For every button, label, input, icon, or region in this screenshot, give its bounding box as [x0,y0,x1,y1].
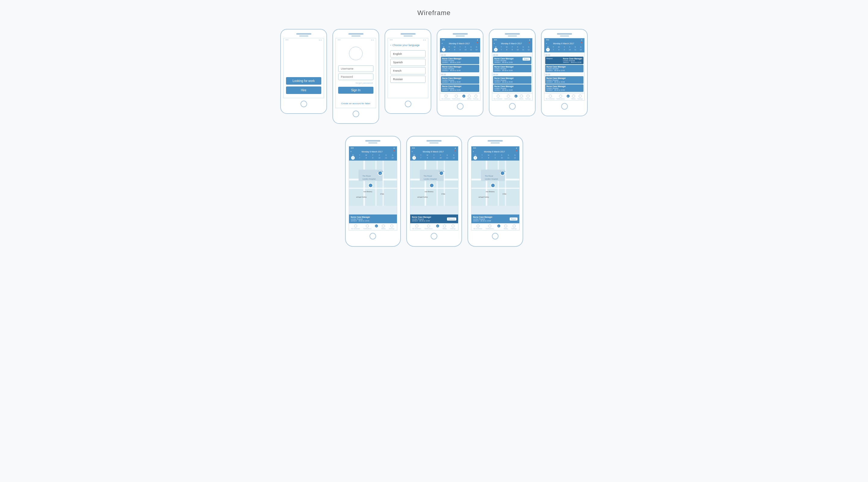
back-icon[interactable]: ‹ [390,44,391,47]
map-view-2: The Royal London Hospital 11 3.4m man Br… [410,161,458,215]
nav-media-m1[interactable]: Media [381,224,386,230]
language-russian[interactable]: Russian [390,75,426,83]
home-button-4[interactable] [457,103,464,110]
nav-media-m2[interactable]: Media [443,224,447,230]
time-08-3: 08:00 [545,53,584,57]
svg-rect-21 [444,161,445,206]
home-button-5[interactable] [509,103,516,110]
create-account-link[interactable]: Create an account for faber [338,102,373,105]
home-button-2[interactable] [352,110,359,117]
shift-card-2d[interactable]: Nurse Case Manager London Hospital 10/03… [493,84,531,92]
phone-top-bar-6 [557,33,572,35]
nav-notif-3[interactable]: Notifications [556,95,564,100]
nav-notif-m1[interactable]: Notifications [364,224,372,230]
nav-notif-m2[interactable]: Notifications [425,224,433,230]
nav-schedule-m3[interactable]: My Schedule [473,224,482,230]
map-card-1[interactable]: Nurse Case Manager London Hospital 10/03… [349,215,397,223]
location-icon-3[interactable]: 📍 [580,42,583,44]
phone-speaker-7 [368,142,377,143]
home-button-7[interactable] [370,233,376,239]
add-icon-m3[interactable]: + [473,151,474,153]
add-icon-3[interactable]: + [546,42,547,44]
nav-settings-m2[interactable]: Settings [450,224,456,230]
nav-center-m2[interactable]: ▶ [436,224,439,230]
home-button-8[interactable] [431,233,437,239]
home-button-1[interactable] [301,101,307,107]
svg-text:11 3.4m: 11 3.4m [378,170,383,172]
shift-card-2c[interactable]: Nurse Case Manager London Hospital 10/03… [493,76,531,84]
nav-schedule-1[interactable]: My Schedule [441,95,450,100]
reject-btn-map[interactable]: Reject [510,218,517,221]
add-icon-2[interactable]: + [494,42,495,44]
map-header-3: + Monday 6 March 2017 📍 [471,150,519,154]
home-button-6[interactable] [561,103,568,110]
nav-schedule-m2[interactable]: My Schedule [412,224,421,230]
nav-center-m3[interactable]: ▶ [497,224,500,230]
language-french[interactable]: French [390,67,426,74]
forgot-password-link[interactable]: forgot password [338,82,373,84]
shift-card-3d[interactable]: Nurse Case Manager London Hospital 10/03… [545,84,584,92]
nav-media-2[interactable]: Media [519,95,524,100]
nav-center-1[interactable]: ▶ [462,95,465,100]
language-spanish[interactable]: Spanish [390,59,426,66]
bottom-nav-m3: My Schedule Notifications ▶ Media Settin… [471,223,519,230]
svg-rect-3 [363,161,365,206]
add-icon-1[interactable]: + [441,42,443,44]
map-svg-1: The Royal London Hospital ● 11 3.4m man … [349,161,397,206]
map-location-icon-2[interactable]: 📍 [454,150,457,153]
nav-settings-1[interactable]: Settings [473,95,478,100]
svg-text:The Royal: The Royal [362,175,370,177]
home-button-3[interactable] [405,101,411,107]
password-input[interactable] [338,73,373,80]
nav-center-3[interactable]: ▶ [567,95,569,100]
shift-card-3a-dark[interactable]: Request Nurse Case Manager London Hospit… [545,57,584,64]
nav-media-1[interactable]: Media [467,95,471,100]
hire-btn[interactable]: Hire [286,87,321,94]
nav-media-3[interactable]: Media [571,95,576,100]
looking-for-work-btn[interactable]: Looking for work [286,77,321,85]
nav-media-m3[interactable]: Media [504,224,508,230]
username-input[interactable] [338,65,373,72]
phone-map-3: ●●●▲ + Monday 6 March 2017 📍 M6 T7 W8 T9… [467,136,523,247]
shift-card-1b[interactable]: Nurse Case Manager London Hospital 10/03… [441,65,479,72]
shift-card-1c[interactable]: Nurse Case Manager London Hospital 10/03… [441,76,479,84]
location-icon-2[interactable]: 📍 [528,42,531,44]
nav-settings-3[interactable]: Settings [578,95,583,100]
sign-in-btn[interactable]: Sign In [338,87,373,94]
shift-card-2a[interactable]: Nurse Case Manager London Hospital 10/03… [493,57,531,64]
language-english[interactable]: English [390,50,426,58]
nav-center-m1[interactable]: ▶ [375,224,378,230]
request-btn-map[interactable]: Request [447,218,456,221]
home-button-9[interactable] [492,233,498,239]
add-icon-m2[interactable]: + [412,151,413,153]
nav-notif-m3[interactable]: Notifications [486,224,494,230]
shift-card-3c[interactable]: Nurse Case Manager London Hospital 10/03… [545,76,584,84]
shift-card-2b[interactable]: Nurse Case Manager London Hospital 10/03… [493,65,531,72]
nav-settings-m3[interactable]: Settings [512,224,517,230]
phone-top-bar-2 [348,33,364,35]
nav-settings-m1[interactable]: Settings [389,224,395,230]
nav-schedule-m1[interactable]: My Schedule [351,224,360,230]
add-icon-m1[interactable]: + [350,151,352,153]
map-location-icon-1[interactable]: 📍 [393,150,396,153]
shift-card-1d[interactable]: Nurse Case Manager London Hospital 10/03… [441,84,479,92]
screen-schedule-1: ●●●▲ + Monday 6 March 2017 📍 M6 T7 W8 T9… [440,38,480,101]
nav-center-2[interactable]: ▶ [515,95,518,100]
map-card-2-dark[interactable]: Nurse Case Manager London Hospital 10/03… [410,215,458,223]
svg-rect-0 [349,161,397,206]
nav-notif-2[interactable]: Notifications [504,95,513,100]
svg-text:London Hospital: London Hospital [424,178,436,180]
svg-text:11 3.4m: 11 3.4m [500,170,505,172]
nav-notif-1[interactable]: Notifications [452,95,460,100]
svg-text:STEE: STEE [441,193,445,195]
reject-btn-1[interactable]: Reject [523,58,530,61]
nav-schedule-2[interactable]: My Schedule [494,95,502,100]
shift-card-3b[interactable]: Nurse Case Manager London Hospital 10/03… [545,65,584,72]
location-icon-1[interactable]: 📍 [476,42,478,44]
map-card-3[interactable]: Nurse Case Manager London Hospital 10/03… [471,215,519,223]
nav-settings-2[interactable]: Settings [525,95,531,100]
shift-card-1a[interactable]: Nurse Case Manager London Hospital 10/03… [441,57,479,64]
nav-schedule-3[interactable]: My Schedule [546,95,555,100]
map-location-icon-3[interactable]: 📍 [515,150,518,153]
bottom-row: ●●●▲ + Monday 6 March 2017 📍 M6 T7 W8 T9… [345,136,523,247]
